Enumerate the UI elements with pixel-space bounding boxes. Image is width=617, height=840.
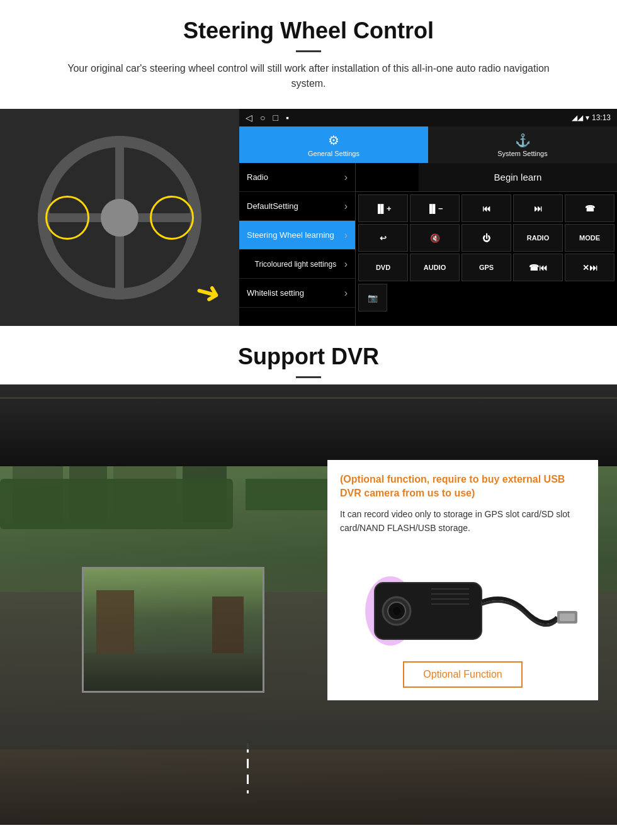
dvr-info-card: (Optional function, require to buy exter…: [327, 460, 598, 700]
android-tabs: ⚙ General Settings ⚓ System Settings: [239, 126, 617, 163]
sw-highlight-left: [45, 196, 89, 240]
left-menu: Radio › DefaultSetting › Steering Wheel …: [239, 163, 356, 326]
nav-recent-icon[interactable]: □: [273, 113, 278, 123]
hedge-left: [0, 479, 233, 529]
nav-home-icon[interactable]: ○: [260, 113, 265, 123]
menu-item-steering-wheel[interactable]: Steering Wheel learning ›: [239, 221, 355, 250]
ctrl-dvd[interactable]: DVD: [358, 254, 408, 281]
phone-next-icon: ✕⏭: [582, 263, 597, 272]
ctrl-phone-next[interactable]: ✕⏭: [565, 254, 614, 281]
arrow-indicator: [195, 276, 233, 307]
gps-label: GPS: [479, 264, 494, 271]
ctrl-vol-up[interactable]: ▐▌+: [358, 194, 408, 222]
begin-learn-button[interactable]: Begin learn: [419, 163, 617, 191]
road-markings: [247, 743, 249, 793]
menu-defaultsetting-label: DefaultSetting: [247, 201, 298, 211]
back-icon: ↩: [380, 233, 387, 243]
menu-item-whitelist[interactable]: Whitelist setting ›: [239, 279, 355, 308]
ctrl-vol-down[interactable]: ▐▌−: [410, 194, 460, 222]
vol-down-icon: ▐▌−: [426, 204, 443, 213]
optional-function-button[interactable]: Optional Function: [403, 661, 522, 688]
ctrl-phone-prev[interactable]: ☎⏮: [513, 254, 563, 281]
dvr-title-area: Support DVR: [0, 326, 617, 384]
page-title: Steering Wheel Control: [13, 18, 604, 44]
clock: 13:13: [592, 113, 611, 122]
nav-menu-icon[interactable]: ▪: [286, 113, 289, 123]
dvd-label: DVD: [376, 264, 390, 271]
dvr-optional-note: (Optional function, require to buy exter…: [340, 473, 586, 501]
mode-label: MODE: [579, 234, 600, 242]
thumbnail-vehicle-2: [212, 596, 244, 653]
chevron-right-icon: ›: [344, 201, 348, 212]
thumbnail-vehicle: [96, 590, 134, 653]
menu-tricoloured-label: Tricoloured light settings: [247, 260, 344, 269]
dvr-screenshot-thumbnail: [82, 567, 264, 693]
menu-item-tricoloured[interactable]: Tricoloured light settings ›: [239, 250, 355, 279]
section1-subtitle: Your original car's steering wheel contr…: [50, 61, 567, 91]
dvr-divider: [296, 376, 321, 378]
tab-system-settings[interactable]: ⚓ System Settings: [428, 126, 617, 163]
dashboard-area: [0, 384, 617, 466]
dvr-screenshot-content: [84, 569, 263, 691]
menu-radio-label: Radio: [247, 172, 268, 182]
dashboard-line: [0, 397, 617, 399]
dvr-description: It can record video only to storage in G…: [340, 507, 586, 535]
menu-item-radio[interactable]: Radio ›: [239, 163, 355, 192]
chevron-right-icon: ›: [344, 259, 348, 270]
android-ui-panel: ◁ ○ □ ▪ ◢◢ ▾ 13:13 ⚙ General Settings ⚓: [239, 109, 617, 326]
wifi-icon: ▾: [586, 113, 589, 122]
ctrl-audio[interactable]: AUDIO: [410, 254, 460, 281]
title-divider: [296, 50, 321, 52]
mute-icon: 🔇: [430, 233, 440, 243]
phone-icon: ☎: [585, 204, 595, 213]
section1-title-area: Steering Wheel Control Your original car…: [0, 0, 617, 109]
ctrl-camera[interactable]: 📷: [358, 284, 387, 311]
tab-general-settings[interactable]: ⚙ General Settings: [239, 126, 428, 163]
sw-hub: [101, 199, 139, 237]
steering-wheel-graphic: [31, 130, 208, 306]
power-icon: ⏻: [482, 233, 490, 243]
next-icon: ⏭: [534, 204, 542, 213]
menu-area: Radio › DefaultSetting › Steering Wheel …: [239, 163, 617, 326]
audio-label: AUDIO: [424, 264, 446, 271]
chevron-right-icon: ›: [344, 230, 348, 241]
dvr-camera-illustration: [340, 545, 586, 652]
right-controls: Begin learn ▐▌+ ▐▌− ⏮: [356, 163, 617, 326]
vol-up-icon: ▐▌+: [375, 204, 391, 213]
section-dvr: Support DVR: [0, 326, 617, 825]
thumbnail-road: [84, 653, 263, 691]
dvr-background-scene: (Optional function, require to buy exter…: [0, 384, 617, 825]
menu-whitelist-label: Whitelist setting: [247, 288, 304, 298]
settings-icon: ⚓: [515, 133, 531, 148]
signal-icon: ◢◢: [572, 113, 583, 122]
android-statusbar: ◁ ○ □ ▪ ◢◢ ▾ 13:13: [239, 109, 617, 126]
ctrl-phone[interactable]: ☎: [565, 194, 614, 222]
sw-highlight-right: [150, 196, 194, 240]
steering-wheel-composite: ◁ ○ □ ▪ ◢◢ ▾ 13:13 ⚙ General Settings ⚓: [0, 109, 617, 326]
nav-back-icon[interactable]: ◁: [246, 113, 252, 123]
begin-learn-row: Begin learn: [356, 163, 617, 192]
ctrl-mute[interactable]: 🔇: [410, 224, 460, 252]
ctrl-back[interactable]: ↩: [358, 224, 408, 252]
ctrl-gps[interactable]: GPS: [461, 254, 511, 281]
tab-system-label: System Settings: [497, 150, 547, 157]
ctrl-radio[interactable]: RADIO: [513, 224, 563, 252]
ctrl-next[interactable]: ⏭: [513, 194, 563, 222]
ctrl-prev[interactable]: ⏮: [461, 194, 511, 222]
dvr-title: Support DVR: [13, 344, 604, 370]
ctrl-power[interactable]: ⏻: [461, 224, 511, 252]
gear-icon: ⚙: [328, 133, 339, 148]
status-icons: ◢◢ ▾ 13:13: [572, 113, 611, 122]
phone-prev-icon: ☎⏮: [529, 263, 547, 272]
camera-icon: 📷: [368, 293, 378, 303]
section-steering-wheel: Steering Wheel Control Your original car…: [0, 0, 617, 326]
menu-swlearning-label: Steering Wheel learning: [247, 230, 334, 240]
tab-general-label: General Settings: [308, 150, 359, 157]
radio-label: RADIO: [527, 234, 549, 242]
steering-wheel-photo: [0, 109, 239, 326]
prev-icon: ⏮: [482, 204, 490, 213]
control-grid: ▐▌+ ▐▌− ⏮ ⏭ ☎: [356, 192, 617, 284]
chevron-right-icon: ›: [344, 172, 348, 183]
menu-item-defaultsetting[interactable]: DefaultSetting ›: [239, 192, 355, 221]
ctrl-mode[interactable]: MODE: [565, 224, 614, 252]
